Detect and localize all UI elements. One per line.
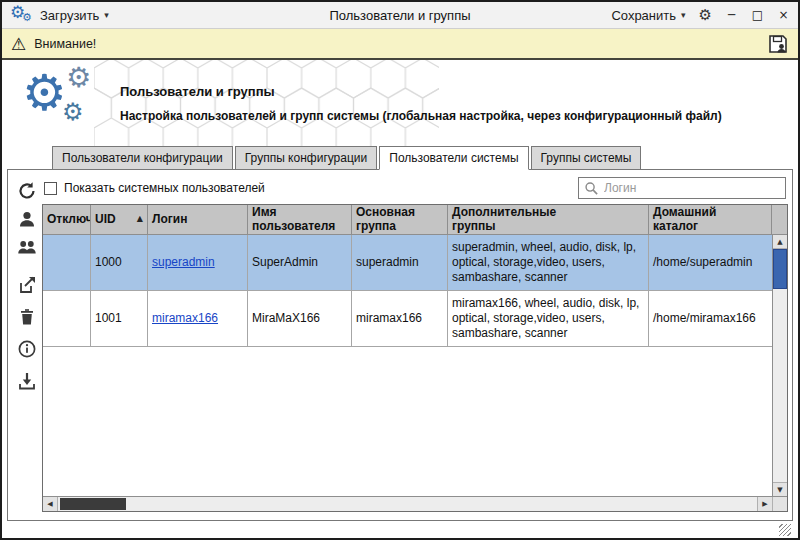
sort-asc-icon: ▲ [137, 215, 143, 224]
import-icon [17, 371, 37, 391]
users-group-icon [17, 237, 37, 257]
page-subtitle: Настройка пользователей и групп системы … [120, 109, 778, 123]
checkbox-label: Показать системных пользователей [64, 181, 265, 195]
cell-home: /home/miramax166 [649, 291, 772, 347]
horizontal-scrollbar[interactable]: ◀ ▶ [43, 496, 787, 511]
column-header-primary-group[interactable]: Основная группа [352, 205, 448, 235]
users-table: Отключ UID ▲ Логин Имя пользователя Осно… [42, 204, 788, 512]
cell-login: miramax166 [148, 291, 248, 347]
tab-bar: Пользователи конфигурации Группы конфигу… [2, 146, 798, 170]
scroll-down-button[interactable]: ▼ [773, 482, 787, 496]
refresh-icon [17, 181, 37, 201]
vertical-scrollbar[interactable]: ▲ ▼ [772, 235, 787, 496]
load-dropdown-button[interactable]: Загрузить ▾ [40, 8, 109, 23]
app-gears-icon: ⚙ ⚙ [10, 4, 34, 26]
tab-system-groups[interactable]: Группы системы [531, 146, 642, 170]
tab-system-users[interactable]: Пользователи системы [379, 146, 528, 170]
info-icon [17, 339, 37, 359]
warning-triangle-icon: ⚠ [11, 34, 26, 54]
rows-area: 1000 superadmin SuperAdmin superadmin su… [43, 235, 772, 496]
import-button[interactable] [14, 368, 40, 394]
refresh-button[interactable] [14, 178, 40, 204]
save-dropdown-button[interactable]: Сохранить ▾ [611, 8, 685, 23]
scroll-up-button[interactable]: ▲ [773, 235, 787, 249]
user-icon [17, 209, 37, 229]
minimize-button[interactable]: ─ [725, 8, 738, 22]
page-header: ⚙ ⚙ ⚙ Пользователи и группы Настройка по… [2, 60, 798, 146]
title-bar: ⚙ ⚙ Загрузить ▾ Пользователи и группы Со… [2, 2, 798, 29]
side-toolbar [12, 174, 42, 512]
status-bar [7, 521, 793, 538]
column-header-disabled[interactable]: Отключ [43, 205, 91, 235]
page-title: Пользователи и группы [120, 84, 778, 99]
header-filler [772, 205, 787, 235]
column-header-uid[interactable]: UID ▲ [91, 205, 148, 235]
close-button[interactable]: × [777, 8, 790, 22]
column-header-login[interactable]: Логин [148, 205, 248, 235]
login-link[interactable]: superadmin [152, 255, 215, 270]
cell-login: superadmin [148, 235, 248, 291]
info-button[interactable] [14, 336, 40, 362]
cell-primary-group: superadmin [352, 235, 448, 291]
trash-icon [17, 307, 37, 327]
horizontal-scrollbar-thumb[interactable] [60, 498, 126, 510]
export-button[interactable] [14, 272, 40, 298]
scroll-left-button[interactable]: ◀ [43, 497, 58, 511]
show-system-users-checkbox[interactable] [44, 182, 57, 195]
tab-config-users[interactable]: Пользователи конфигурации [52, 146, 233, 170]
table-row[interactable]: 1000 superadmin SuperAdmin superadmin su… [43, 235, 772, 291]
settings-gear-icon[interactable]: ⚙ [699, 6, 712, 24]
maximize-button[interactable]: □ [751, 8, 764, 22]
cell-name: SuperAdmin [248, 235, 352, 291]
cell-uid: 1000 [91, 235, 148, 291]
export-icon [17, 275, 37, 295]
resize-grip[interactable] [779, 524, 791, 536]
main-column: Показать системных пользователей Отключ … [42, 174, 788, 512]
delete-button[interactable] [14, 304, 40, 330]
login-link[interactable]: miramax166 [152, 311, 218, 326]
table-body: 1000 superadmin SuperAdmin superadmin su… [43, 235, 787, 496]
column-header-name[interactable]: Имя пользователя [248, 205, 352, 235]
cell-extra-groups: miramax166, wheel, audio, disk, lp, opti… [448, 291, 649, 347]
cell-disabled [43, 291, 91, 347]
cell-disabled [43, 235, 91, 291]
tab-content-panel: Показать системных пользователей Отключ … [7, 169, 793, 521]
cell-primary-group: miramax166 [352, 291, 448, 347]
cell-extra-groups: superadmin, wheel, audio, disk, lp, opti… [448, 235, 649, 291]
save-file-button[interactable] [767, 33, 789, 55]
search-input[interactable] [604, 181, 780, 195]
cell-home: /home/superadmin [649, 235, 772, 291]
groups-button[interactable] [14, 234, 40, 260]
cell-uid: 1001 [91, 291, 148, 347]
table-row[interactable]: 1001 miramax166 MiraMaX166 miramax166 mi… [43, 291, 772, 347]
cell-name: MiraMaX166 [248, 291, 352, 347]
column-header-extra-groups[interactable]: Дополнительные группы [448, 205, 649, 235]
floppy-user-icon [767, 33, 789, 55]
chevron-down-icon: ▾ [681, 10, 686, 20]
app-window: ⚙ ⚙ Загрузить ▾ Пользователи и группы Со… [0, 0, 800, 540]
warning-text: Внимание! [34, 37, 96, 51]
tab-config-groups[interactable]: Группы конфигурации [235, 146, 377, 170]
gears-illustration: ⚙ ⚙ ⚙ [22, 66, 106, 138]
table-header: Отключ UID ▲ Логин Имя пользователя Осно… [43, 205, 787, 235]
load-label: Загрузить [40, 8, 99, 23]
scroll-right-button[interactable]: ▶ [757, 497, 772, 511]
save-label: Сохранить [611, 8, 676, 23]
column-header-home[interactable]: Домашний каталог [649, 205, 772, 235]
search-icon [584, 181, 599, 196]
user-button[interactable] [14, 206, 40, 232]
vertical-scrollbar-thumb[interactable] [773, 249, 787, 289]
chevron-down-icon: ▾ [104, 10, 109, 20]
filter-toolbar: Показать системных пользователей [42, 174, 788, 202]
search-box [578, 177, 786, 199]
scrollbar-corner [772, 497, 787, 511]
warning-bar: ⚠ Внимание! [2, 29, 798, 60]
